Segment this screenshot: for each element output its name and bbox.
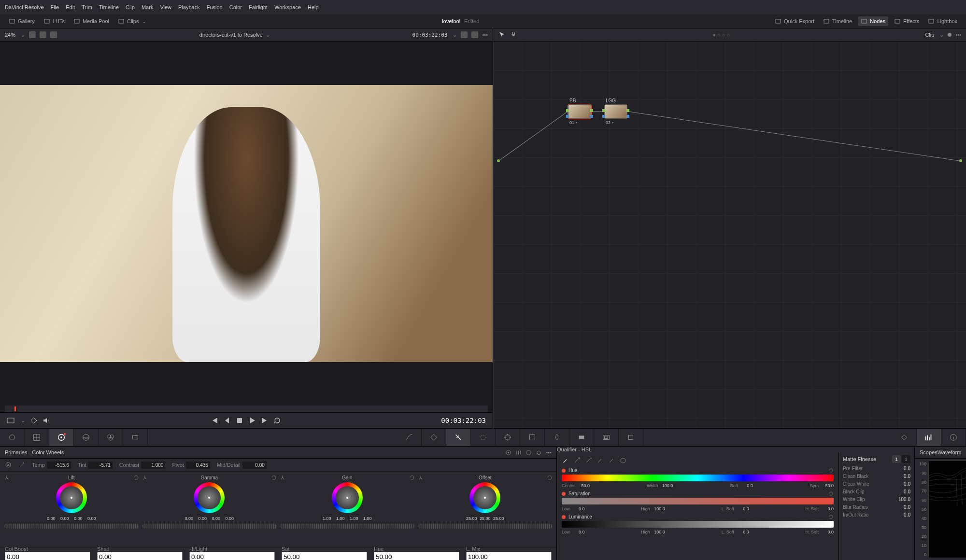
jog-wheel[interactable] bbox=[280, 524, 415, 529]
feather-add-icon[interactable] bbox=[597, 457, 603, 464]
picker-add-icon[interactable] bbox=[573, 457, 580, 464]
inoutratio-field[interactable]: In/Out Ratio0.0 bbox=[843, 512, 910, 518]
key-icon[interactable] bbox=[569, 429, 594, 446]
gain-wheel[interactable]: Gain1.001.001.001.00 bbox=[280, 475, 415, 547]
menu-clip[interactable]: Clip bbox=[126, 4, 135, 10]
shad-field[interactable]: Shad bbox=[97, 546, 183, 560]
node-graph[interactable]: BB01 ▪LGG02 ▪ bbox=[493, 42, 966, 428]
pointer-icon[interactable] bbox=[498, 31, 506, 39]
motion-effects-icon[interactable] bbox=[123, 429, 148, 446]
whiteclip-field[interactable]: White Clip100.0 bbox=[843, 497, 910, 502]
keyframe-icon[interactable] bbox=[892, 429, 917, 446]
magic-mask-icon[interactable] bbox=[520, 429, 545, 446]
menu-trim[interactable]: Trim bbox=[82, 4, 92, 10]
unmix-icon[interactable] bbox=[30, 417, 38, 424]
reset-icon[interactable] bbox=[828, 468, 834, 473]
split-screen-icon[interactable] bbox=[40, 31, 46, 38]
reset-icon[interactable] bbox=[271, 475, 277, 480]
mute-icon[interactable] bbox=[43, 417, 50, 424]
picker-sub-icon[interactable] bbox=[585, 457, 592, 464]
bypass-icon[interactable] bbox=[461, 31, 468, 38]
transport-timecode[interactable]: 00:03:22:03 bbox=[441, 417, 486, 424]
wheels-mode-icon[interactable] bbox=[505, 449, 511, 456]
menu-playback[interactable]: Playback bbox=[178, 4, 200, 10]
info-icon[interactable]: i bbox=[941, 429, 966, 446]
menu-fairlight[interactable]: Fairlight bbox=[249, 4, 268, 10]
color-wheels-icon[interactable]: • bbox=[49, 429, 74, 446]
log-mode-icon[interactable] bbox=[526, 449, 532, 456]
cleanblack-field[interactable]: Clean Black0.0 bbox=[843, 474, 910, 479]
menu-davinci-resolve[interactable]: DaVinci Resolve bbox=[5, 4, 44, 10]
qualifier-icon[interactable] bbox=[446, 429, 471, 446]
luminance-range-strip[interactable] bbox=[562, 521, 834, 528]
clip-name[interactable]: directors-cut-v1 to Resolve bbox=[199, 32, 263, 38]
viewer-options-icon[interactable]: ••• bbox=[482, 32, 488, 38]
gamma-wheel[interactable]: Gamma0.000.000.000.00 bbox=[142, 475, 277, 547]
jog-wheel[interactable] bbox=[418, 524, 553, 529]
hsoft-field[interactable]: H. Soft0.0 bbox=[805, 530, 834, 534]
lightbox-button[interactable]: Lightbox bbox=[925, 16, 960, 26]
menu-mark[interactable]: Mark bbox=[142, 4, 153, 10]
low-field[interactable]: Low0.0 bbox=[562, 530, 585, 534]
tracker-icon[interactable] bbox=[496, 429, 520, 446]
zoom-dropdown[interactable]: 24% bbox=[5, 32, 15, 38]
invert-icon[interactable] bbox=[620, 457, 626, 464]
viewer-mode-icon[interactable] bbox=[7, 417, 14, 424]
menu-help[interactable]: Help bbox=[308, 4, 319, 10]
node-01[interactable]: BB01 ▪ bbox=[568, 104, 591, 119]
quick-export-button[interactable]: Quick Export bbox=[772, 16, 817, 26]
y-only-icon[interactable] bbox=[280, 475, 285, 480]
node-options-icon[interactable]: ••• bbox=[955, 32, 961, 38]
reset-icon[interactable] bbox=[828, 491, 834, 496]
menu-edit[interactable]: Edit bbox=[66, 4, 75, 10]
feather-sub-icon[interactable] bbox=[608, 457, 615, 464]
curves-icon[interactable] bbox=[397, 429, 422, 446]
prefilter-field[interactable]: Pre-Filter0.0 bbox=[843, 466, 910, 471]
viewer-timecode[interactable]: 00:03:22:03 bbox=[412, 32, 448, 38]
blurradius-field[interactable]: Blur Radius0.0 bbox=[843, 504, 910, 510]
auto-balance-icon[interactable]: A bbox=[5, 462, 12, 468]
scope-type-dropdown[interactable]: Waveform bbox=[938, 449, 962, 456]
temp-field[interactable]: Temp bbox=[32, 462, 71, 469]
media-pool-button[interactable]: Media Pool bbox=[71, 16, 112, 26]
low-field[interactable]: Low0.0 bbox=[562, 506, 585, 511]
pivot-field[interactable]: Pivot bbox=[172, 462, 210, 469]
reset-icon[interactable] bbox=[547, 475, 553, 480]
blackclip-field[interactable]: Black Clip0.0 bbox=[843, 489, 910, 494]
loop-button[interactable] bbox=[273, 417, 281, 424]
hue-range-strip[interactable] bbox=[562, 475, 834, 481]
center-field[interactable]: Center50.0 bbox=[562, 483, 590, 488]
enable-toggle[interactable] bbox=[562, 515, 566, 519]
last-frame-button[interactable] bbox=[261, 417, 269, 424]
reset-icon[interactable] bbox=[409, 475, 415, 480]
enable-toggle[interactable] bbox=[562, 492, 566, 496]
hilight-field[interactable]: Hi/Light bbox=[189, 546, 275, 560]
color-checker-icon[interactable] bbox=[25, 429, 49, 446]
menu-fusion[interactable]: Fusion bbox=[207, 4, 223, 10]
picker-icon[interactable] bbox=[562, 457, 568, 464]
pick-white-icon[interactable] bbox=[18, 462, 25, 468]
lift-wheel[interactable]: Lift0.000.000.000.00 bbox=[4, 475, 139, 547]
menu-color[interactable]: Color bbox=[229, 4, 242, 10]
enable-toggle[interactable] bbox=[562, 469, 566, 473]
play-button[interactable] bbox=[248, 417, 256, 424]
sat-field[interactable]: Sat bbox=[282, 546, 367, 560]
high-field[interactable]: High100.0 bbox=[641, 506, 665, 511]
hdr-wheels-icon[interactable]: HDR bbox=[74, 429, 99, 446]
lsoft-field[interactable]: L. Soft0.0 bbox=[722, 530, 749, 534]
luts-button[interactable]: LUTs bbox=[41, 16, 68, 26]
high-field[interactable]: High100.0 bbox=[641, 530, 665, 534]
3d-icon[interactable] bbox=[619, 429, 643, 446]
menu-file[interactable]: File bbox=[51, 4, 59, 10]
contrast-field[interactable]: Contrast bbox=[119, 462, 166, 469]
matte-tab-1[interactable]: 1 bbox=[892, 455, 901, 463]
primaries-options-icon[interactable]: ••• bbox=[546, 449, 552, 456]
gallery-button[interactable]: Gallery bbox=[6, 16, 38, 26]
menu-view[interactable]: View bbox=[160, 4, 171, 10]
reset-icon[interactable] bbox=[828, 514, 834, 519]
width-field[interactable]: Width100.0 bbox=[647, 483, 673, 488]
y-only-icon[interactable] bbox=[418, 475, 424, 480]
highlight-icon[interactable] bbox=[50, 31, 57, 38]
cleanwhite-field[interactable]: Clean White0.0 bbox=[843, 481, 910, 487]
jog-wheel[interactable] bbox=[4, 524, 139, 529]
